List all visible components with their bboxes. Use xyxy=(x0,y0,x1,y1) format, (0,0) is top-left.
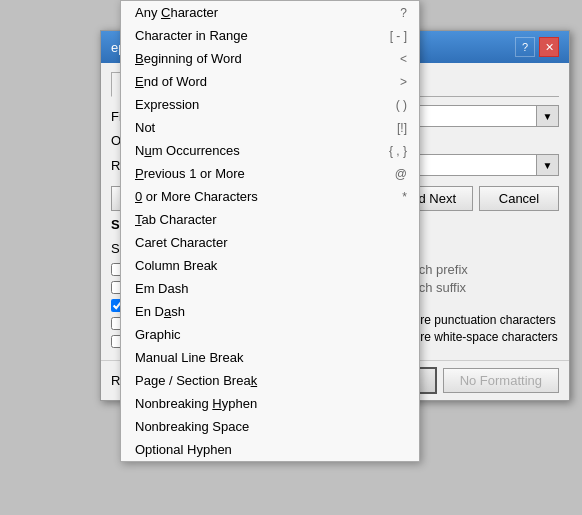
menu-item-label: Caret Character xyxy=(135,235,387,250)
menu-item-nonbreaking-hyphen[interactable]: Nonbreaking Hyphen xyxy=(121,392,419,415)
menu-item-shortcut: @ xyxy=(395,167,407,181)
menu-item-any-character[interactable]: Any Character ? xyxy=(121,1,419,24)
special-dropdown-menu: Any Character ? Character in Range [ - ]… xyxy=(120,0,420,462)
menu-item-end-of-word[interactable]: End of Word > xyxy=(121,70,419,93)
ignore-punctuation-label: Ignore punctuation characters xyxy=(397,313,556,327)
help-button[interactable]: ? xyxy=(515,37,535,57)
menu-item-shortcut: < xyxy=(400,52,407,66)
menu-item-label: Num Occurrences xyxy=(135,143,369,158)
menu-item-shortcut: [ - ] xyxy=(390,29,407,43)
menu-item-label: Graphic xyxy=(135,327,387,342)
menu-item-label: En Dash xyxy=(135,304,387,319)
menu-item-caret-character[interactable]: Caret Character xyxy=(121,231,419,254)
menu-item-en-dash[interactable]: En Dash xyxy=(121,300,419,323)
menu-item-num-occurrences[interactable]: Num Occurrences { , } xyxy=(121,139,419,162)
menu-item-label: Optional Hyphen xyxy=(135,442,387,457)
menu-item-em-dash[interactable]: Em Dash xyxy=(121,277,419,300)
menu-item-tab-character[interactable]: Tab Character xyxy=(121,208,419,231)
menu-item-label: 0 or More Characters xyxy=(135,189,382,204)
menu-item-shortcut: > xyxy=(400,75,407,89)
menu-item-manual-line-break[interactable]: Manual Line Break xyxy=(121,346,419,369)
cancel-button[interactable]: Cancel xyxy=(479,186,559,211)
menu-item-shortcut: ? xyxy=(400,6,407,20)
menu-item-label: End of Word xyxy=(135,74,380,89)
titlebar-buttons: ? ✕ xyxy=(515,37,559,57)
menu-item-label: Expression xyxy=(135,97,376,112)
menu-item-character-in-range[interactable]: Character in Range [ - ] xyxy=(121,24,419,47)
menu-item-graphic[interactable]: Graphic xyxy=(121,323,419,346)
close-button[interactable]: ✕ xyxy=(539,37,559,57)
menu-item-label: Page / Section Break xyxy=(135,373,387,388)
menu-item-0-or-more-characters[interactable]: 0 or More Characters * xyxy=(121,185,419,208)
menu-item-label: Tab Character xyxy=(135,212,387,227)
menu-item-label: Character in Range xyxy=(135,28,370,43)
menu-item-optional-hyphen[interactable]: Optional Hyphen xyxy=(121,438,419,461)
menu-item-not[interactable]: Not [!] xyxy=(121,116,419,139)
no-formatting-button[interactable]: No Formatting xyxy=(443,368,559,393)
menu-item-label: Manual Line Break xyxy=(135,350,387,365)
menu-item-label: Em Dash xyxy=(135,281,387,296)
menu-item-shortcut: { , } xyxy=(389,144,407,158)
menu-item-beginning-of-word[interactable]: Beginning of Word < xyxy=(121,47,419,70)
menu-item-page-section-break[interactable]: Page / Section Break xyxy=(121,369,419,392)
menu-item-nonbreaking-space[interactable]: Nonbreaking Space xyxy=(121,415,419,438)
find-dropdown-arrow[interactable]: ▼ xyxy=(537,105,559,127)
menu-item-label: Any Character xyxy=(135,5,380,20)
menu-item-previous-1-or-more[interactable]: Previous 1 or More @ xyxy=(121,162,419,185)
menu-item-label: Not xyxy=(135,120,377,135)
menu-item-shortcut: * xyxy=(402,190,407,204)
menu-item-expression[interactable]: Expression ( ) xyxy=(121,93,419,116)
menu-item-label: Nonbreaking Hyphen xyxy=(135,396,387,411)
menu-item-shortcut: ( ) xyxy=(396,98,407,112)
menu-item-label: Beginning of Word xyxy=(135,51,380,66)
replace-dropdown-arrow[interactable]: ▼ xyxy=(537,154,559,176)
menu-item-label: Previous 1 or More xyxy=(135,166,375,181)
menu-item-shortcut: [!] xyxy=(397,121,407,135)
ignore-whitespace-label: Ignore white-space characters xyxy=(397,330,558,344)
menu-item-label: Nonbreaking Space xyxy=(135,419,387,434)
menu-item-column-break[interactable]: Column Break xyxy=(121,254,419,277)
menu-item-label: Column Break xyxy=(135,258,387,273)
